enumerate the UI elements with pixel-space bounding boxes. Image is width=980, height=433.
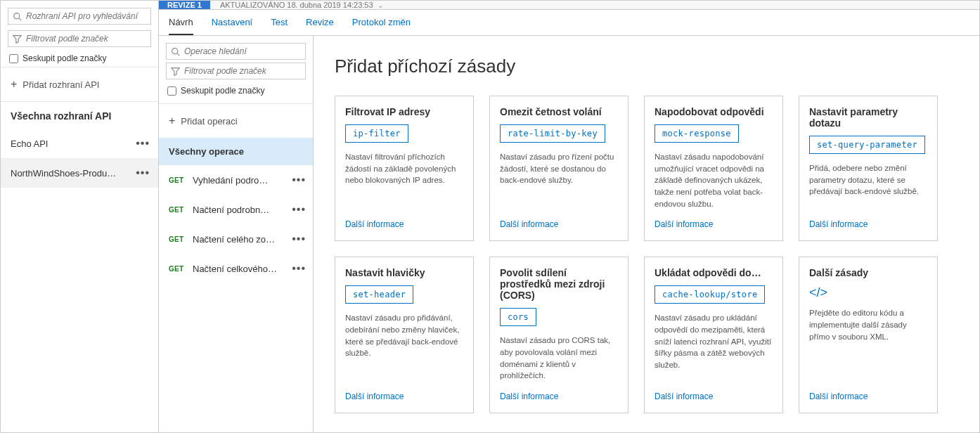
operations-sidebar: Seskupit podle značky + Přidat operaci V…: [159, 36, 314, 433]
add-operation-label: Přidat operaci: [181, 116, 237, 127]
page-title: Přidat příchozí zásady: [335, 56, 958, 77]
all-apis-header[interactable]: Všechna rozhraní API: [1, 102, 158, 129]
add-api-label: Přidat rozhraní API: [22, 79, 99, 90]
policy-card-title: Filtrovat IP adresy: [345, 106, 463, 117]
policy-card[interactable]: Napodobovat odpovědi mock-response Nasta…: [644, 96, 783, 241]
revision-header: REVIZE 1 AKTUALIZOVÁNO 18. dubna 2019 14…: [159, 1, 979, 10]
policy-tag: rate-limit-by-key: [500, 124, 605, 143]
code-icon: </>: [809, 285, 927, 300]
more-icon[interactable]: •••: [289, 174, 309, 186]
operation-search-input[interactable]: [184, 46, 301, 56]
policy-card-title: Napodobovat odpovědi: [655, 106, 773, 117]
group-by-tag-mid[interactable]: Seskupit podle značky: [159, 82, 313, 99]
content-area: Přidat příchozí zásady Filtrovat IP adre…: [314, 36, 979, 433]
policy-card-title: Další zásady: [809, 267, 927, 278]
operation-tag-filter[interactable]: [166, 63, 306, 79]
policy-card[interactable]: Další zásady </> Přejděte do editoru kód…: [799, 257, 938, 413]
operation-item[interactable]: GET Načtení celkového… •••: [159, 254, 313, 283]
policy-card-description: Nastaví zásadu napodobování umožňující v…: [655, 151, 773, 209]
policy-card[interactable]: Omezit četnost volání rate-limit-by-key …: [489, 96, 628, 241]
updated-label: AKTUALIZOVÁNO 18. dubna 2019 14:23:53: [220, 1, 373, 9]
policy-card-description: Nastaví zásadu pro přidávání, odebírání …: [345, 312, 463, 359]
operation-item[interactable]: GET Načtení podrobn… •••: [159, 195, 313, 224]
api-tag-filter[interactable]: [8, 30, 151, 47]
more-info-link[interactable]: Další informace: [500, 392, 618, 401]
policy-tag: set-header: [345, 285, 413, 304]
policy-card[interactable]: Povolit sdílení prostředků mezi zdroji (…: [489, 257, 628, 413]
search-icon: [13, 12, 22, 21]
more-info-link[interactable]: Další informace: [345, 219, 463, 229]
plus-icon: +: [11, 79, 17, 90]
group-by-tag-mid-label: Seskupit podle značky: [181, 86, 264, 96]
policy-card[interactable]: Ukládat odpovědi do… cache-lookup/store …: [644, 257, 783, 413]
tab-návrh[interactable]: Návrh: [169, 17, 193, 35]
policy-card-description: Nastaví zásadu pro řízení počtu žádostí,…: [500, 151, 618, 186]
filter-icon: [13, 34, 22, 44]
updated-timestamp[interactable]: AKTUALIZOVÁNO 18. dubna 2019 14:23:53 ⌄: [210, 1, 383, 9]
api-tag-filter-input[interactable]: [26, 34, 146, 44]
more-icon[interactable]: •••: [289, 233, 309, 245]
policy-card-description: Nastaví zásadu pro CORS tak, aby povolov…: [500, 335, 618, 382]
api-item-label: NorthWindShoes-Produ…: [11, 168, 116, 179]
policy-card-title: Ukládat odpovědi do…: [655, 267, 773, 278]
api-sidebar: Seskupit podle značky + Přidat rozhraní …: [1, 1, 159, 432]
group-by-tag-mid-checkbox[interactable]: [167, 86, 176, 96]
policy-tag: cors: [500, 308, 536, 326]
policy-card-description: Nastaví zásadu pro ukládání odpovědí do …: [655, 312, 773, 370]
operation-name: Vyhledání podro…: [193, 175, 268, 186]
http-method-badge: GET: [169, 265, 186, 273]
tab-protokol-změn[interactable]: Protokol změn: [352, 17, 411, 34]
more-info-link[interactable]: Další informace: [809, 392, 927, 401]
svg-line-1: [19, 18, 21, 20]
policy-card[interactable]: Nastavit hlavičky set-header Nastaví zás…: [335, 257, 474, 413]
operation-tag-filter-input[interactable]: [184, 66, 301, 76]
group-by-tag-left-label: Seskupit podle značky: [22, 53, 106, 63]
api-search-input[interactable]: [26, 11, 146, 21]
group-by-tag-left-checkbox[interactable]: [9, 54, 18, 63]
revision-badge[interactable]: REVIZE 1: [159, 1, 210, 9]
operation-search[interactable]: [166, 43, 306, 60]
policy-tag: cache-lookup/store: [655, 285, 765, 304]
policy-card-description: Přejděte do editoru kódu a implementujte…: [809, 307, 927, 342]
more-info-link[interactable]: Další informace: [655, 219, 773, 229]
api-search[interactable]: [8, 8, 151, 25]
tab-nastavení[interactable]: Nastavení: [212, 17, 253, 34]
policy-card-title: Nastavit hlavičky: [345, 267, 463, 278]
tab-revize[interactable]: Revize: [306, 17, 334, 34]
operation-name: Načtení celkového…: [193, 264, 277, 274]
more-icon[interactable]: •••: [289, 203, 309, 216]
api-item[interactable]: Echo API •••: [1, 129, 158, 158]
policy-card-description: Přidá, odebere nebo změní parametry dota…: [809, 162, 927, 198]
more-icon[interactable]: •••: [289, 262, 309, 275]
api-item[interactable]: NorthWindShoes-Produ… •••: [1, 158, 158, 188]
add-api-button[interactable]: + Přidat rozhraní API: [1, 67, 158, 101]
policy-tag: ip-filter: [345, 124, 408, 143]
more-info-link[interactable]: Další informace: [500, 219, 618, 229]
tab-test[interactable]: Test: [271, 17, 288, 34]
more-icon[interactable]: •••: [133, 167, 153, 179]
main-tabs: NávrhNastaveníTestRevizeProtokol změn: [159, 10, 979, 36]
more-info-link[interactable]: Další informace: [809, 219, 927, 229]
svg-point-0: [14, 13, 20, 18]
all-operations-item[interactable]: Všechny operace: [159, 138, 313, 165]
more-info-link[interactable]: Další informace: [345, 392, 463, 401]
policy-card[interactable]: Nastavit parametry dotazu set-query-para…: [799, 96, 938, 241]
http-method-badge: GET: [169, 206, 186, 214]
policy-card-title: Nastavit parametry dotazu: [809, 106, 927, 129]
policy-card-title: Omezit četnost volání: [500, 106, 618, 117]
operation-item[interactable]: GET Vyhledání podro… •••: [159, 165, 313, 195]
add-operation-button[interactable]: + Přidat operaci: [159, 104, 313, 138]
policy-tag: mock-response: [655, 124, 739, 143]
more-icon[interactable]: •••: [133, 137, 153, 150]
operation-name: Načtení podrobn…: [193, 205, 269, 215]
group-by-tag-left[interactable]: Seskupit podle značky: [1, 50, 158, 67]
more-info-link[interactable]: Další informace: [655, 392, 773, 401]
filter-icon: [171, 67, 180, 76]
http-method-badge: GET: [169, 235, 186, 243]
policy-card[interactable]: Filtrovat IP adresy ip-filter Nastaví fi…: [335, 96, 474, 241]
policy-tag: set-query-parameter: [809, 136, 925, 154]
search-icon: [171, 47, 180, 56]
operation-item[interactable]: GET Načtení celého zo… •••: [159, 224, 313, 254]
svg-line-3: [177, 53, 179, 55]
http-method-badge: GET: [169, 176, 186, 184]
